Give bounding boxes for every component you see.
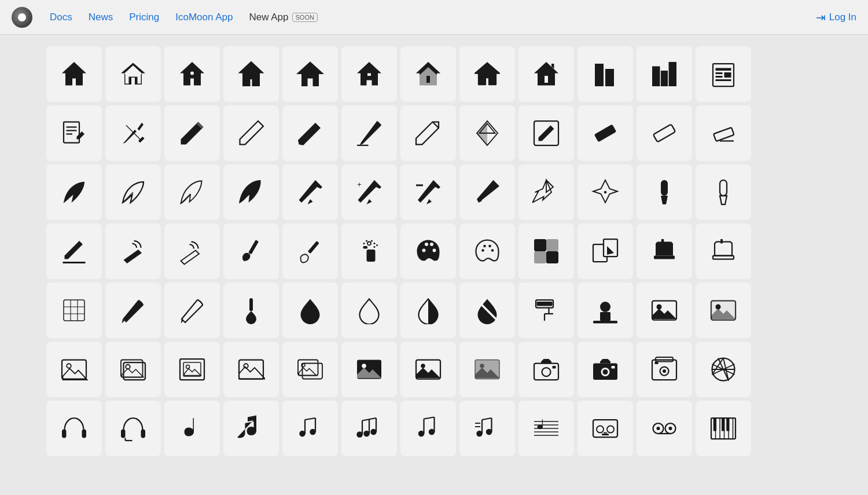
icon-home-9[interactable] <box>518 46 574 102</box>
icon-image-2[interactable] <box>696 283 751 338</box>
icon-droplet-half[interactable] <box>400 283 456 338</box>
icon-paint-roller[interactable] <box>518 283 574 338</box>
icon-pen-subtract[interactable] <box>400 164 456 220</box>
login-button[interactable]: ⇥ Log In <box>816 10 856 24</box>
icon-pen-writing[interactable] <box>341 105 397 161</box>
icon-brush-2[interactable] <box>282 223 338 279</box>
svg-point-168 <box>476 431 483 437</box>
icon-music-note-double-2[interactable] <box>400 401 456 456</box>
icon-bucket-2[interactable] <box>696 223 751 279</box>
icon-home-4[interactable] <box>223 46 279 102</box>
icon-wireless-pen-2[interactable] <box>164 223 220 279</box>
icon-home-5[interactable] <box>282 46 338 102</box>
svg-rect-103 <box>62 360 86 379</box>
icon-droplet-2[interactable] <box>341 283 397 338</box>
icon-marker-1[interactable] <box>637 164 692 220</box>
icon-nib-1[interactable] <box>459 105 515 161</box>
icon-bucket-1[interactable] <box>637 223 692 279</box>
logo[interactable] <box>12 7 32 28</box>
icon-row-3: + <box>46 164 822 220</box>
svg-point-62 <box>367 242 371 245</box>
icon-cassette[interactable] <box>578 401 633 456</box>
icon-pen-nib-2[interactable] <box>518 164 574 220</box>
icon-droplet-1[interactable] <box>282 283 338 338</box>
icon-fountain-pen[interactable] <box>282 164 338 220</box>
icon-music-note-lines[interactable] <box>459 401 515 456</box>
icon-home-8[interactable] <box>459 46 515 102</box>
icon-home-2[interactable] <box>105 46 161 102</box>
icon-palette-2[interactable] <box>459 223 515 279</box>
icon-image-mountain[interactable] <box>223 342 279 397</box>
icon-music-list[interactable] <box>518 401 574 456</box>
icon-camera-1[interactable] <box>518 342 574 397</box>
icon-spray-paint[interactable] <box>341 223 397 279</box>
icon-eyedropper-2[interactable] <box>164 283 220 338</box>
icon-image-landscape[interactable] <box>46 342 102 397</box>
icon-eraser-3[interactable] <box>696 105 751 161</box>
icon-eraser-2[interactable] <box>637 105 692 161</box>
svg-marker-48 <box>367 199 372 204</box>
nav-pricing[interactable]: Pricing <box>121 12 167 23</box>
icon-texture[interactable] <box>46 283 102 338</box>
icon-feather-2[interactable] <box>105 164 161 220</box>
icon-image-multiple[interactable] <box>105 342 161 397</box>
icon-home-6[interactable] <box>341 46 397 102</box>
icon-pen-add[interactable]: + <box>341 164 397 220</box>
icon-pencil-3[interactable] <box>282 105 338 161</box>
icon-home-3[interactable] <box>164 46 220 102</box>
icon-headphones-mic[interactable] <box>105 401 161 456</box>
icon-eyedropper-1[interactable] <box>105 283 161 338</box>
icon-wireless-pen[interactable] <box>105 223 161 279</box>
icon-eraser-1[interactable] <box>578 105 633 161</box>
icon-dropper-thin[interactable] <box>223 283 279 338</box>
nav-news[interactable]: News <box>80 12 122 23</box>
icon-feather-3[interactable] <box>164 164 220 220</box>
svg-rect-16 <box>669 62 677 86</box>
svg-rect-9 <box>610 71 612 72</box>
icon-edit-square[interactable] <box>400 105 456 161</box>
icon-headphones[interactable] <box>46 401 102 456</box>
icon-music-note-2[interactable] <box>223 401 279 456</box>
icon-aperture[interactable] <box>696 342 751 397</box>
icon-newspaper[interactable] <box>696 46 751 102</box>
icon-stamp[interactable] <box>578 283 633 338</box>
icon-music-note-3[interactable] <box>282 401 338 456</box>
icon-palette-1[interactable] <box>400 223 456 279</box>
icon-copy-style[interactable] <box>578 223 633 279</box>
icon-instant-camera[interactable] <box>637 342 692 397</box>
icon-camera-2[interactable] <box>578 342 633 397</box>
icon-color-blend[interactable] <box>518 223 574 279</box>
icon-feather-1[interactable] <box>46 164 102 220</box>
icon-building-1[interactable] <box>578 46 633 102</box>
icon-marker-2[interactable] <box>696 164 751 220</box>
icon-vector-pen[interactable] <box>578 164 633 220</box>
icon-image-1[interactable] <box>637 283 692 338</box>
icon-home-7[interactable] <box>400 46 456 102</box>
icon-music-note-1[interactable] <box>164 401 220 456</box>
icon-doc-edit[interactable] <box>46 105 102 161</box>
svg-point-64 <box>374 243 376 244</box>
icon-no-droplet[interactable] <box>459 283 515 338</box>
svg-rect-42 <box>713 127 734 141</box>
icon-image-outlined-dark[interactable] <box>400 342 456 397</box>
icon-brush-1[interactable] <box>223 223 279 279</box>
icon-music-notes-beamed[interactable] <box>341 401 397 456</box>
nav-icomoon-app[interactable]: IcoMoon App <box>167 12 241 23</box>
icon-picture-frame[interactable] <box>164 342 220 397</box>
icon-pencil-1[interactable] <box>164 105 220 161</box>
icon-pencil-2[interactable] <box>223 105 279 161</box>
icon-pen-underline[interactable] <box>46 223 102 279</box>
icon-building-2[interactable] <box>637 46 692 102</box>
icon-feather-4[interactable] <box>223 164 279 220</box>
icon-piano[interactable] <box>696 401 751 456</box>
icon-home-1[interactable] <box>46 46 102 102</box>
icon-image-grey[interactable] <box>459 342 515 397</box>
icon-edit-border[interactable] <box>518 105 574 161</box>
icon-voicemail[interactable] <box>637 401 692 456</box>
nav-docs[interactable]: Docs <box>42 12 80 23</box>
svg-point-159 <box>370 429 377 435</box>
icon-images-overlap[interactable] <box>282 342 338 397</box>
icon-pen-nib-1[interactable] <box>459 164 515 220</box>
icon-image-dark[interactable] <box>341 342 397 397</box>
icon-pencil-ruler[interactable] <box>105 105 161 161</box>
